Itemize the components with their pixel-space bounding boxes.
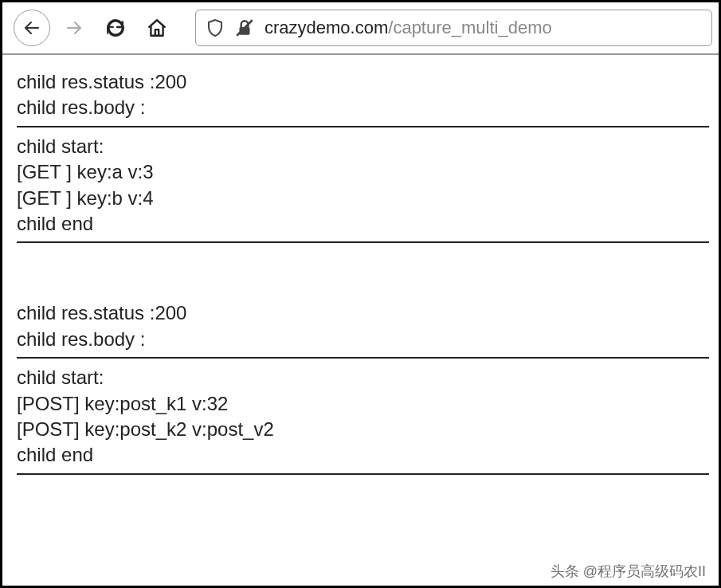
forward-button[interactable] xyxy=(57,10,92,45)
response-block-2: child res.status :200 child res.body : xyxy=(17,300,709,352)
watermark: 头条 @程序员高级码农II xyxy=(551,562,706,581)
divider xyxy=(17,473,709,475)
divider xyxy=(17,126,709,127)
text-line: [POST] key:post_k1 v:32 xyxy=(17,391,709,417)
url-display: crazydemo.com/capture_multi_demo xyxy=(264,18,552,38)
text-line: child start: xyxy=(17,134,709,159)
text-line: child end xyxy=(17,442,709,468)
page-content: child res.status :200 child res.body : c… xyxy=(2,55,721,496)
url-path: /capture_multi_demo xyxy=(388,18,551,37)
text-line: child start: xyxy=(17,365,709,390)
home-icon xyxy=(147,18,167,38)
text-line: child res.status :200 xyxy=(17,300,709,326)
response-block-1: child res.status :200 child res.body : xyxy=(17,69,709,121)
browser-toolbar: crazydemo.com/capture_multi_demo xyxy=(2,2,721,55)
reload-icon xyxy=(105,18,126,38)
text-line: child end xyxy=(17,211,709,237)
text-line: [POST] key:post_k2 v:post_v2 xyxy=(17,417,709,442)
log-block-1: child start: [GET ] key:a v:3 [GET ] key… xyxy=(17,134,709,237)
url-domain: crazydemo.com xyxy=(264,18,388,37)
divider xyxy=(17,357,709,359)
reload-button-real[interactable] xyxy=(98,10,133,45)
text-line: child res.body : xyxy=(17,95,709,120)
address-bar[interactable]: crazydemo.com/capture_multi_demo xyxy=(195,10,712,46)
text-line: child res.status :200 xyxy=(17,69,709,95)
back-button[interactable] xyxy=(14,10,50,46)
text-line: child res.body : xyxy=(17,327,709,352)
shield-icon[interactable] xyxy=(206,18,225,38)
arrow-left-icon xyxy=(22,18,41,37)
text-line: [GET ] key:b v:4 xyxy=(17,186,709,211)
lock-slash-icon[interactable] xyxy=(234,18,255,38)
log-block-2: child start: [POST] key:post_k1 v:32 [PO… xyxy=(17,365,709,468)
home-button[interactable] xyxy=(139,10,174,45)
text-line: [GET ] key:a v:3 xyxy=(17,159,709,185)
arrow-right-icon xyxy=(65,18,84,37)
spacer xyxy=(17,249,709,300)
divider xyxy=(17,241,709,243)
